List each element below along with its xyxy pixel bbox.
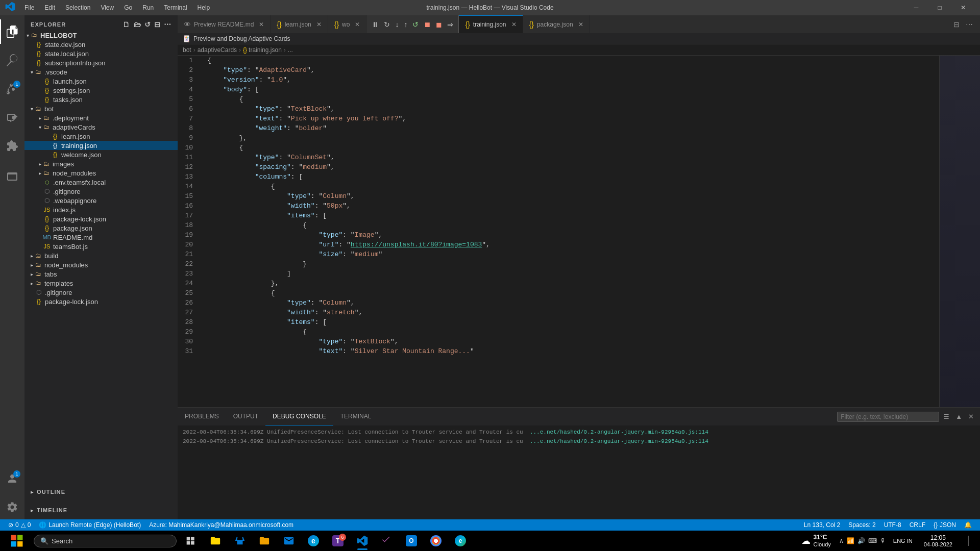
menu-file[interactable]: File xyxy=(20,3,38,12)
tray-network-icon[interactable]: 📶 xyxy=(847,537,854,544)
tab-problems[interactable]: PROBLEMS xyxy=(178,408,226,425)
step-out-icon[interactable]: ↑ xyxy=(402,19,409,30)
tab-close-icon[interactable]: ✕ xyxy=(259,21,264,28)
tree-build[interactable]: ▸ 🗂 build xyxy=(24,251,178,260)
tree-env-teamsfx[interactable]: ⬡ .env.teamsfx.local xyxy=(24,178,178,187)
tree-node-modules-bot[interactable]: ▸ 🗂 node_modules xyxy=(24,168,178,178)
accounts-icon[interactable]: 1 xyxy=(0,466,24,491)
tree-settings-json[interactable]: {} settings.json xyxy=(24,86,178,95)
vscode-taskbar-icon[interactable] xyxy=(352,532,373,550)
tree-training-json[interactable]: {} training.json xyxy=(24,141,178,150)
tray-up-arrow[interactable]: ∧ xyxy=(839,537,844,544)
refresh-icon[interactable]: ↺ xyxy=(144,20,151,29)
taskbar-search[interactable]: 🔍 Search xyxy=(34,535,177,547)
terminal-filter-input[interactable] xyxy=(837,412,939,422)
tree-teamsbot-js[interactable]: JS teamsBot.js xyxy=(24,242,178,251)
tree-package-bot[interactable]: {} package.json xyxy=(24,223,178,233)
debug-more-icon[interactable]: ⇒ xyxy=(445,19,455,30)
menu-run[interactable]: Run xyxy=(138,3,158,12)
breadcrumb-training-json[interactable]: {} training.json xyxy=(243,46,282,54)
edge-taskbar-icon[interactable]: e xyxy=(450,532,471,550)
tray-mic-icon[interactable]: 🎙 xyxy=(880,537,886,544)
search-icon[interactable] xyxy=(0,48,24,72)
status-azure[interactable]: Azure: MahimaKankriya@Mahiimaa.onmicroso… xyxy=(145,519,298,531)
tree-deployment[interactable]: ▸ 🗂 .deployment xyxy=(24,113,178,122)
show-desktop-button[interactable] xyxy=(961,532,976,550)
tree-readme[interactable]: MD README.md xyxy=(24,233,178,242)
collapse-all-icon[interactable]: ⊟ xyxy=(154,20,161,29)
split-editor-icon[interactable]: ⊟ xyxy=(951,19,962,30)
tree-welcome-json[interactable]: {} welcome.json xyxy=(24,150,178,159)
tree-adaptive-cards[interactable]: ▾ 🗂 adaptiveCards xyxy=(24,122,178,132)
status-remote[interactable]: 🌐 Launch Remote (Edge) (HelloBot) xyxy=(35,519,145,531)
tree-node-modules-root[interactable]: ▸ 🗂 node_modules xyxy=(24,260,178,269)
terminal-list-icon[interactable]: ☰ xyxy=(941,413,951,420)
new-file-icon[interactable]: 🗋 xyxy=(122,20,130,29)
menu-selection[interactable]: Selection xyxy=(61,3,94,12)
tree-learn-json[interactable]: {} learn.json xyxy=(24,132,178,141)
tab-close-icon[interactable]: ✕ xyxy=(578,21,583,28)
tree-subscription-info[interactable]: {} subscriptionInfo.json xyxy=(24,58,178,67)
status-eol[interactable]: CRLF xyxy=(905,521,929,529)
more-actions-icon[interactable]: ⋯ xyxy=(164,20,172,29)
menu-go[interactable]: Go xyxy=(120,3,136,12)
tree-state-dev[interactable]: {} state.dev.json xyxy=(24,40,178,49)
more-actions-tab-icon[interactable]: ⋯ xyxy=(964,19,975,30)
explorer-taskbar-icon[interactable] xyxy=(205,532,226,550)
status-errors[interactable]: ⊘ 0 △ 0 xyxy=(4,519,35,531)
edge-browser-taskbar-icon[interactable]: e xyxy=(303,532,324,550)
tree-package-lock-bot[interactable]: {} package-lock.json xyxy=(24,214,178,223)
code-editor[interactable]: { "type": "AdaptiveCard", "version": "1.… xyxy=(203,56,939,407)
breadcrumb-more[interactable]: ... xyxy=(288,46,293,54)
run-debug-icon[interactable] xyxy=(0,105,24,130)
step-over-icon[interactable]: ↻ xyxy=(382,19,392,30)
settings-icon[interactable] xyxy=(0,495,24,519)
source-control-icon[interactable]: 1 xyxy=(0,77,24,101)
explorer-icon[interactable] xyxy=(0,19,24,44)
disconnect-icon[interactable]: ◼ xyxy=(434,19,444,30)
teams-taskbar-icon[interactable]: T 6 xyxy=(328,532,348,550)
remote-explorer-icon[interactable] xyxy=(0,164,24,189)
new-folder-icon[interactable]: 🗁 xyxy=(134,20,141,29)
vs-taskbar-icon[interactable] xyxy=(377,532,397,550)
files-taskbar-icon[interactable] xyxy=(254,532,275,550)
clock-widget[interactable]: 12:05 04-08-2022 xyxy=(920,533,957,548)
tree-launch-json[interactable]: {} launch.json xyxy=(24,77,178,86)
mail-taskbar-icon[interactable] xyxy=(279,532,299,550)
tray-keyboard-icon[interactable]: ⌨ xyxy=(868,537,877,544)
outlook-taskbar-icon[interactable]: O xyxy=(401,532,422,550)
tree-state-local[interactable]: {} state.local.json xyxy=(24,49,178,58)
tree-templates[interactable]: ▸ 🗂 templates xyxy=(24,279,178,288)
extensions-icon[interactable] xyxy=(0,134,24,158)
status-language[interactable]: {} JSON xyxy=(929,521,960,529)
tree-gitignore-root[interactable]: ⬡ .gitignore xyxy=(24,288,178,297)
tree-images[interactable]: ▸ 🗂 images xyxy=(24,159,178,168)
chrome-taskbar-icon[interactable] xyxy=(426,532,446,550)
status-spaces[interactable]: Spaces: 2 xyxy=(844,521,879,529)
tab-wo[interactable]: {} wo ✕ xyxy=(328,15,367,33)
breadcrumb-bot[interactable]: bot xyxy=(183,46,191,54)
tree-hellobot[interactable]: ▾ 🗂 HELLOBOT xyxy=(24,31,178,40)
task-view-button[interactable] xyxy=(181,532,201,550)
tree-vscode[interactable]: ▾ 🗂 .vscode xyxy=(24,67,178,77)
tree-index-js[interactable]: JS index.js xyxy=(24,205,178,214)
weather-widget[interactable]: ☁ 31°C Cloudy xyxy=(797,534,835,548)
menu-help[interactable]: Help xyxy=(193,3,214,12)
terminal-maximize-icon[interactable]: ▲ xyxy=(953,413,964,420)
breadcrumb-adaptive-cards[interactable]: adaptiveCards xyxy=(198,46,237,54)
pause-icon[interactable]: ⏸ xyxy=(370,19,381,30)
tray-speaker-icon[interactable]: 🔊 xyxy=(857,537,865,544)
tab-debug-console[interactable]: DEBUG CONSOLE xyxy=(265,408,333,425)
tree-webappignore[interactable]: ⬡ .webappignore xyxy=(24,196,178,205)
status-position[interactable]: Ln 133, Col 2 xyxy=(800,521,844,529)
tree-bot[interactable]: ▾ 🗂 bot xyxy=(24,104,178,113)
status-encoding[interactable]: UTF-8 xyxy=(880,521,905,529)
menu-terminal[interactable]: Terminal xyxy=(160,3,191,12)
maximize-button[interactable]: □ xyxy=(928,0,951,15)
tab-close-icon[interactable]: ✕ xyxy=(355,21,360,28)
store-taskbar-icon[interactable] xyxy=(230,532,250,550)
tab-output[interactable]: OUTPUT xyxy=(226,408,265,425)
step-into-icon[interactable]: ↓ xyxy=(393,19,401,30)
tab-learn-json[interactable]: {} learn.json ✕ xyxy=(271,15,328,33)
restart-icon[interactable]: ↺ xyxy=(410,19,421,30)
